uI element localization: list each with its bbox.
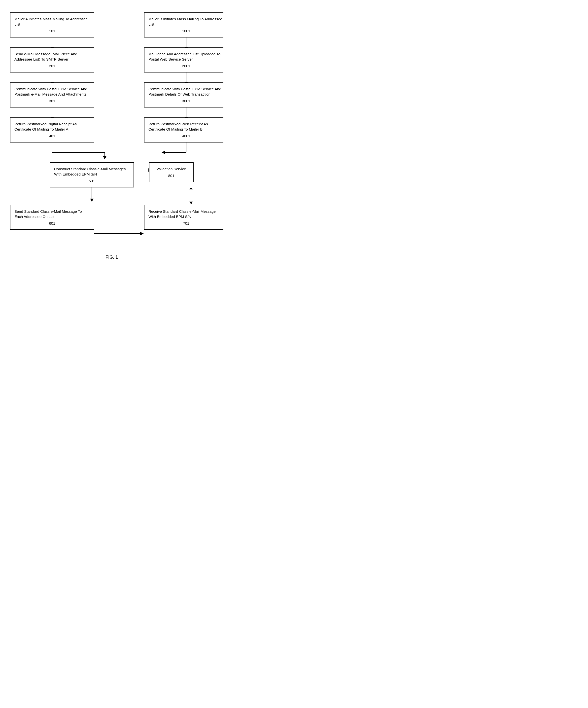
box-501-v2: Construct Standard Class e-Mail Messages… bbox=[50, 163, 134, 187]
arrow-b2 bbox=[186, 72, 186, 82]
box-301-v2: Communicate With Postal EPM Service And … bbox=[10, 82, 94, 108]
box-3001-v2-text: Communicate With Postal EPM Service And … bbox=[148, 87, 221, 96]
arrows-svg-5-6 bbox=[10, 187, 224, 205]
box-101-v2: Mailer A Initiates Mass Mailing To Addre… bbox=[10, 12, 94, 37]
box-201-v2-text: Send e-Mail Message (Mail Piece And Addr… bbox=[14, 52, 77, 61]
box-1001-v2-text: Mailer B Initiates Mass Mailing To Addre… bbox=[148, 17, 222, 26]
arrows-3-4 bbox=[10, 108, 224, 117]
arrows-601-701 bbox=[10, 230, 224, 237]
svg-marker-12 bbox=[161, 151, 165, 154]
box-101-v2-text: Mailer A Initiates Mass Mailing To Addre… bbox=[14, 17, 88, 26]
box-401-v2-text: Return Postmarked Digital Receipt As Cer… bbox=[14, 122, 77, 131]
box-2001-v2-text: Mail Piece And Addressee List Uploaded T… bbox=[148, 52, 220, 61]
arrow-b3 bbox=[186, 108, 186, 117]
box-4001-v2-num: 4001 bbox=[148, 133, 224, 139]
box-501-v2-num: 501 bbox=[54, 178, 129, 183]
fig-label-text: FIG. 1 bbox=[106, 255, 118, 260]
row-3: Communicate With Postal EPM Service And … bbox=[10, 82, 224, 108]
box-2001-v2-num: 2001 bbox=[148, 63, 224, 68]
arrow-a3 bbox=[52, 108, 52, 117]
main-diagram: Mailer A Initiates Mass Mailing To Addre… bbox=[10, 7, 224, 242]
svg-marker-17 bbox=[189, 187, 193, 189]
box-401-v2: Return Postmarked Digital Receipt As Cer… bbox=[10, 117, 94, 143]
box-801-v2: Validation Service 801 bbox=[149, 163, 194, 182]
box-4001-v2-text: Return Postmarked Web Receipt As Certifi… bbox=[148, 122, 208, 131]
arrow-a2 bbox=[52, 72, 52, 82]
row-6: Send Standard Class e-Mail Message To Ea… bbox=[10, 205, 224, 230]
row-5: Construct Standard Class e-Mail Messages… bbox=[10, 163, 224, 187]
svg-marker-9 bbox=[103, 156, 107, 159]
row-2: Send e-Mail Message (Mail Piece And Addr… bbox=[10, 48, 224, 72]
box-801-v2-text: Validation Service bbox=[157, 167, 186, 171]
arrow-b1 bbox=[186, 37, 186, 48]
arrows-5-6 bbox=[10, 187, 224, 205]
arrows-1-2 bbox=[10, 37, 224, 48]
box-101-v2-num: 101 bbox=[14, 28, 90, 33]
row-1: Mailer A Initiates Mass Mailing To Addre… bbox=[10, 12, 224, 37]
box-201-v2: Send e-Mail Message (Mail Piece And Addr… bbox=[10, 48, 94, 72]
box-601-num: 601 bbox=[14, 221, 90, 226]
box-801-v2-num: 801 bbox=[153, 173, 189, 178]
box-301-v2-text: Communicate With Postal EPM Service And … bbox=[14, 87, 87, 96]
merge-svg-v2 bbox=[10, 143, 224, 163]
box-201-v2-num: 201 bbox=[14, 63, 90, 68]
box-701: Receive Standard Class e-Mail Message Wi… bbox=[144, 205, 224, 230]
arrows-svg-601-701 bbox=[10, 230, 224, 237]
svg-marker-14 bbox=[90, 199, 94, 202]
arrows-2-3 bbox=[10, 72, 224, 82]
svg-marker-19 bbox=[140, 232, 144, 235]
arrow-501-801 bbox=[134, 170, 149, 170]
box-1001-v2: Mailer B Initiates Mass Mailing To Addre… bbox=[144, 12, 224, 37]
box-3001-v2: Communicate With Postal EPM Service And … bbox=[144, 82, 224, 108]
box-701-num: 701 bbox=[148, 221, 224, 226]
box-4001-v2: Return Postmarked Web Receipt As Certifi… bbox=[144, 117, 224, 143]
fig-label: FIG. 1 bbox=[10, 255, 213, 260]
row-4: Return Postmarked Digital Receipt As Cer… bbox=[10, 117, 224, 143]
box-701-text: Receive Standard Class e-Mail Message Wi… bbox=[148, 209, 216, 219]
box-401-v2-num: 401 bbox=[14, 133, 90, 139]
arrow-a1 bbox=[52, 37, 52, 48]
box-501-v2-text: Construct Standard Class e-Mail Messages… bbox=[54, 167, 126, 176]
box-301-v2-num: 301 bbox=[14, 98, 90, 104]
merge-area bbox=[10, 143, 224, 163]
validation-section: Validation Service 801 bbox=[149, 163, 194, 182]
box-3001-v2-num: 3001 bbox=[148, 98, 224, 104]
svg-marker-16 bbox=[189, 202, 193, 204]
box-2001-v2: Mail Piece And Addressee List Uploaded T… bbox=[144, 48, 224, 72]
box-1001-v2-num: 1001 bbox=[148, 28, 224, 33]
box-601-text: Send Standard Class e-Mail Message To Ea… bbox=[14, 209, 82, 219]
box-601: Send Standard Class e-Mail Message To Ea… bbox=[10, 205, 94, 230]
